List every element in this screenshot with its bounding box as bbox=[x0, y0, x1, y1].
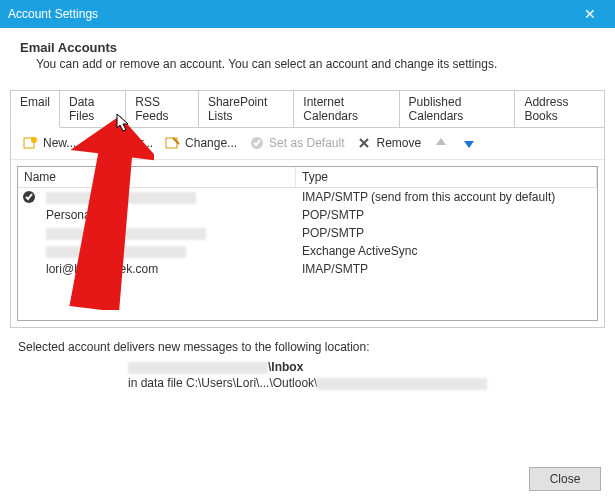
dialog-footer: Close bbox=[529, 467, 601, 491]
delivery-info: Selected account delivers new messages t… bbox=[18, 340, 597, 390]
table-row[interactable]: lori@howtogeek.com IMAP/SMTP bbox=[18, 260, 597, 278]
list-header: Name Type bbox=[18, 167, 597, 188]
table-row[interactable]: Exchange ActiveSync bbox=[18, 242, 597, 260]
tab-sharepoint-lists[interactable]: SharePoint Lists bbox=[198, 90, 294, 127]
repair-button[interactable]: Repair... bbox=[84, 133, 157, 153]
tab-rss-feeds[interactable]: RSS Feeds bbox=[125, 90, 199, 127]
page-title: Email Accounts bbox=[20, 40, 595, 55]
check-icon bbox=[249, 135, 265, 151]
set-default-button: Set as Default bbox=[245, 133, 348, 153]
table-row[interactable]: Personal POP/SMTP bbox=[18, 206, 597, 224]
window-title: Account Settings bbox=[8, 7, 573, 21]
page-subtitle: You can add or remove an account. You ca… bbox=[20, 57, 595, 71]
account-type: Exchange ActiveSync bbox=[296, 244, 597, 258]
repair-label: Repair... bbox=[108, 136, 153, 150]
tab-published-calendars[interactable]: Published Calendars bbox=[399, 90, 516, 127]
close-icon[interactable]: ✕ bbox=[573, 0, 607, 28]
move-up-button bbox=[429, 133, 453, 153]
change-icon bbox=[165, 135, 181, 151]
tab-data-files[interactable]: Data Files bbox=[59, 90, 126, 127]
account-name bbox=[40, 226, 296, 240]
new-icon bbox=[23, 135, 39, 151]
account-name: Personal bbox=[40, 208, 296, 222]
arrow-down-icon bbox=[461, 135, 477, 151]
tab-internet-calendars[interactable]: Internet Calendars bbox=[293, 90, 399, 127]
table-row[interactable]: POP/SMTP bbox=[18, 224, 597, 242]
account-name bbox=[40, 190, 296, 204]
account-type: IMAP/SMTP bbox=[296, 262, 597, 276]
arrow-up-icon bbox=[433, 135, 449, 151]
account-name bbox=[40, 244, 296, 258]
new-button[interactable]: New... bbox=[19, 133, 80, 153]
new-label: New... bbox=[43, 136, 76, 150]
account-type: IMAP/SMTP (send from this account by def… bbox=[296, 190, 597, 204]
titlebar: Account Settings ✕ bbox=[0, 0, 615, 28]
account-type: POP/SMTP bbox=[296, 208, 597, 222]
change-label: Change... bbox=[185, 136, 237, 150]
change-button[interactable]: Change... bbox=[161, 133, 241, 153]
toolbar: New... Repair... Change... Set as Defaul… bbox=[11, 127, 604, 160]
delivery-inbox: \Inbox bbox=[128, 360, 597, 374]
tab-address-books[interactable]: Address Books bbox=[514, 90, 605, 127]
remove-button[interactable]: Remove bbox=[352, 133, 425, 153]
tab-email[interactable]: Email bbox=[10, 90, 60, 128]
remove-icon bbox=[356, 135, 372, 151]
delivery-intro: Selected account delivers new messages t… bbox=[18, 340, 597, 354]
header: Email Accounts You can add or remove an … bbox=[0, 28, 615, 81]
account-name: lori@howtogeek.com bbox=[40, 262, 296, 276]
delivery-datafile: in data file C:\Users\Lori\...\Outlook\ bbox=[128, 376, 597, 390]
column-type[interactable]: Type bbox=[296, 167, 597, 187]
svg-point-1 bbox=[31, 137, 37, 143]
account-list[interactable]: Name Type IMAP/SMTP (send from this acco… bbox=[17, 166, 598, 321]
default-account-icon bbox=[18, 190, 40, 204]
set-default-label: Set as Default bbox=[269, 136, 344, 150]
remove-label: Remove bbox=[376, 136, 421, 150]
move-down-button[interactable] bbox=[457, 133, 481, 153]
column-name[interactable]: Name bbox=[18, 167, 296, 187]
close-button[interactable]: Close bbox=[529, 467, 601, 491]
email-panel: New... Repair... Change... Set as Defaul… bbox=[10, 127, 605, 328]
account-type: POP/SMTP bbox=[296, 226, 597, 240]
table-row[interactable]: IMAP/SMTP (send from this account by def… bbox=[18, 188, 597, 206]
repair-icon bbox=[88, 135, 104, 151]
tab-strip: Email Data Files RSS Feeds SharePoint Li… bbox=[10, 90, 605, 128]
